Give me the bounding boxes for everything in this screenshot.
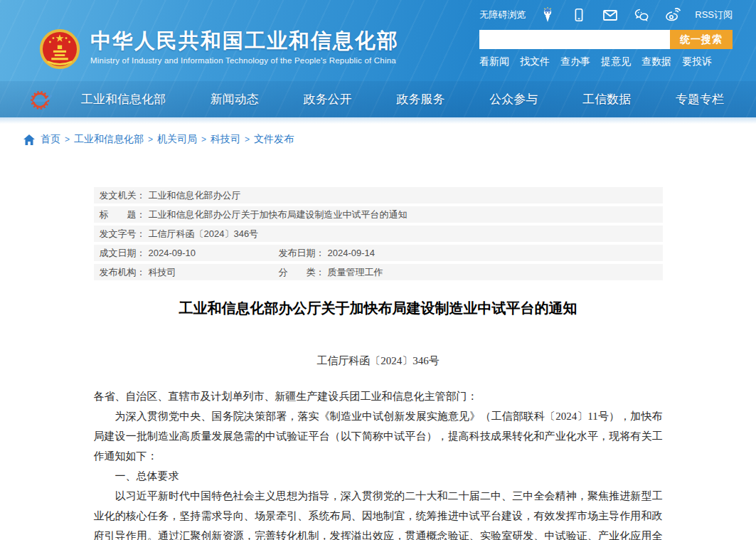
document-number: 工信厅科函〔2024〕346号 xyxy=(94,354,663,368)
meta-row: 发文字号： 工信厅科函〔2024〕346号 xyxy=(94,226,663,242)
nav-item[interactable]: 新闻动态 xyxy=(211,91,259,107)
brand: 中华人民共和国工业和信息化部 Ministry of Industry and … xyxy=(39,30,399,80)
quick-link[interactable]: 查办事 xyxy=(560,55,590,68)
document-paragraph: 一、总体要求 xyxy=(94,466,663,486)
meta-row: 发布机构： 科技司 分 类： 质量管理工作 xyxy=(94,264,663,280)
meta-value: 工业和信息化部办公厅 xyxy=(149,189,241,202)
meta-label-2: 分 类： xyxy=(279,266,325,279)
meta-value: 2024-09-10 xyxy=(149,248,196,258)
header-main: 中华人民共和国工业和信息化部 Ministry of Industry and … xyxy=(0,30,756,80)
header-divider xyxy=(0,117,756,124)
quick-link[interactable]: 要投诉 xyxy=(682,55,712,68)
meta-row: 标 题： 工业和信息化部办公厅关于加快布局建设制造业中试平台的通知 xyxy=(94,206,663,223)
miit-logo-icon xyxy=(30,88,53,111)
breadcrumb-link[interactable]: 首页 xyxy=(41,133,60,146)
meta-value-2: 2024-09-14 xyxy=(328,248,376,258)
search-area: 统一搜索 看新闻找文件查办事提意见查数据要投诉 xyxy=(479,30,733,80)
meta-row: 发文机关： 工业和信息化部办公厅 xyxy=(94,187,663,203)
breadcrumb-crumb: > 机关司局 xyxy=(148,133,197,146)
document-paragraph: 为深入贯彻党中央、国务院决策部署，落实《制造业中试创新发展实施意见》（工信部联科… xyxy=(94,406,663,466)
wechat-icon[interactable] xyxy=(632,6,651,24)
nav-item[interactable]: 政务服务 xyxy=(396,91,444,107)
nav-item[interactable]: 专题专栏 xyxy=(676,91,724,107)
meta-label: 发布机构： xyxy=(100,266,146,279)
breadcrumb-link[interactable]: 工业和信息化部 xyxy=(74,133,144,146)
nav-item[interactable]: 公众参与 xyxy=(489,91,538,107)
breadcrumb-crumb: > 文件发布 xyxy=(245,133,294,146)
weibo-icon[interactable] xyxy=(664,6,682,24)
document-title: 工业和信息化部办公厅关于加快布局建设制造业中试平台的通知 xyxy=(94,297,663,319)
accessibility-link[interactable]: 无障碍浏览 xyxy=(479,9,526,21)
quick-link[interactable]: 找文件 xyxy=(520,55,550,68)
site-title: 中华人民共和国工业和信息化部 xyxy=(90,30,399,53)
meta-label: 发文机关： xyxy=(100,189,146,202)
nav-item[interactable]: 政务公开 xyxy=(304,91,352,107)
mail-icon[interactable] xyxy=(601,6,619,24)
meta-value: 科技司 xyxy=(149,266,176,279)
assistant-robot-icon[interactable] xyxy=(538,6,557,24)
meta-label: 成文日期： xyxy=(100,247,146,260)
main-navigation: 工业和信息化部新闻动态政务公开政务服务公众参与工信数据专题专栏 xyxy=(0,81,756,117)
document-paragraph: 以习近平新时代中国特色社会主义思想为指导，深入贯彻党的二十大和二十届二中、三中全… xyxy=(94,486,663,540)
meta-label: 标 题： xyxy=(100,208,146,221)
meta-value: 工业和信息化部办公厅关于加快布局建设制造业中试平台的通知 xyxy=(149,208,408,221)
document-area: 发文机关： 工业和信息化部办公厅 标 题： 工业和信息化部办公厅关于加快布局建设… xyxy=(94,187,663,540)
meta-label-2: 发布日期： xyxy=(279,247,325,260)
breadcrumb-crumb: > 首页 xyxy=(41,133,60,146)
breadcrumb: > 首页 > 工业和信息化部 > 机关司局 > 科技司 > 文件发布 xyxy=(0,124,756,153)
rss-link[interactable]: RSS订阅 xyxy=(695,9,733,21)
breadcrumb-separator: > xyxy=(148,134,153,144)
meta-label: 发文字号： xyxy=(100,228,146,240)
meta-value: 工信厅科函〔2024〕346号 xyxy=(149,228,259,240)
nav-item[interactable]: 工业和信息化部 xyxy=(81,91,166,107)
document-meta-table: 发文机关： 工业和信息化部办公厅 标 题： 工业和信息化部办公厅关于加快布局建设… xyxy=(94,187,663,280)
breadcrumb-separator: > xyxy=(201,134,206,144)
mobile-icon[interactable] xyxy=(570,6,588,24)
document-paragraph: 各省、自治区、直辖市及计划单列市、新疆生产建设兵团工业和信息化主管部门： xyxy=(94,386,663,406)
topbar: 无障碍浏览 xyxy=(0,0,756,30)
unified-search-button[interactable]: 统一搜索 xyxy=(670,30,733,49)
breadcrumb-crumb: > 科技司 xyxy=(201,133,240,146)
page: 无障碍浏览 xyxy=(0,0,756,540)
breadcrumb-separator: > xyxy=(245,134,250,144)
breadcrumb-link[interactable]: 科技司 xyxy=(211,133,240,146)
quick-link[interactable]: 看新闻 xyxy=(479,55,509,68)
national-emblem-icon xyxy=(39,28,80,70)
site-header: 无障碍浏览 xyxy=(0,0,756,117)
search-input[interactable] xyxy=(479,30,670,49)
site-title-english: Ministry of Industry and Information Tec… xyxy=(90,56,399,65)
document-body: 各省、自治区、直辖市及计划单列市、新疆生产建设兵团工业和信息化主管部门：为深入贯… xyxy=(94,386,663,540)
nav-items: 工业和信息化部新闻动态政务公开政务服务公众参与工信数据专题专栏 xyxy=(81,91,724,107)
breadcrumb-separator: > xyxy=(65,134,70,144)
quick-links: 看新闻找文件查办事提意见查数据要投诉 xyxy=(479,55,733,68)
breadcrumb-crumb: > 工业和信息化部 xyxy=(65,133,144,146)
breadcrumb-link[interactable]: 文件发布 xyxy=(254,133,294,146)
nav-item[interactable]: 工信数据 xyxy=(582,91,631,107)
breadcrumb-link[interactable]: 机关司局 xyxy=(157,133,197,146)
meta-row: 成文日期： 2024-09-10 发布日期： 2024-09-14 xyxy=(94,245,663,261)
home-icon[interactable] xyxy=(23,134,35,145)
breadcrumb-items: > 首页 > 工业和信息化部 > 机关司局 > 科技司 > 文件发布 xyxy=(41,133,294,146)
quick-link[interactable]: 查数据 xyxy=(641,55,671,68)
meta-value-2: 质量管理工作 xyxy=(328,266,383,279)
quick-link[interactable]: 提意见 xyxy=(601,55,631,68)
